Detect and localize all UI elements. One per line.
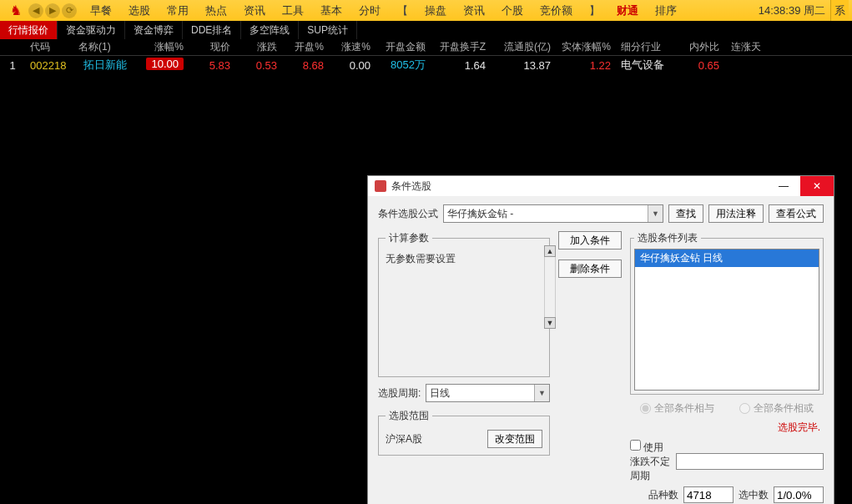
cell-price: 5.83 (189, 59, 235, 72)
table-row[interactable]: 1 002218 拓日新能上 10.00 5.83 0.53 8.68 0.00… (0, 56, 852, 74)
status-text: 选股完毕. (630, 421, 820, 435)
count-label1: 品种数 (648, 488, 678, 502)
bracket-close: 】 (582, 3, 607, 18)
cell-open: 8.68 (282, 59, 329, 72)
period-value: 日线 (430, 386, 450, 401)
menu-tools[interactable]: 工具 (275, 3, 310, 18)
scroll-down-icon[interactable]: ▼ (544, 317, 556, 329)
menu-info[interactable]: 资讯 (456, 3, 492, 18)
scroll-up-icon[interactable]: ▲ (544, 245, 556, 257)
radio-and[interactable]: 全部条件相与 (640, 401, 714, 416)
count-label2: 选中数 (739, 488, 769, 502)
condition-list-legend: 选股条件列表 (634, 231, 701, 245)
cell-spd: 0.00 (329, 59, 376, 72)
top-menu-bar: ♞ ◀ ▶ ⟳ 早餐 选股 常用 热点 资讯 工具 基本 分时 【 操盘 资讯 … (0, 0, 852, 21)
minimize-button[interactable]: — (767, 176, 800, 196)
cell-idx: 1 (0, 59, 25, 72)
params-legend: 计算参数 (386, 231, 432, 245)
cell-code: 002218 (25, 59, 73, 72)
tab-quotes[interactable]: 行情报价 (0, 21, 58, 39)
dialog-titlebar[interactable]: 条件选股 — ✕ (368, 176, 834, 196)
cell-amt: 8052万 (376, 58, 431, 73)
menu-news[interactable]: 资讯 (237, 3, 272, 18)
chevron-down-icon[interactable]: ▼ (534, 385, 549, 401)
view-tabs: 行情报价 资金驱动力 资金博弈 DDE排名 多空阵线 SUP统计 (0, 21, 852, 39)
formula-value: 华仔擒妖金钻 - (447, 207, 513, 221)
menu-sort[interactable]: 排序 (648, 3, 683, 18)
count-total-input[interactable] (683, 486, 734, 503)
dialog-title: 条件选股 (391, 179, 767, 194)
menu-time[interactable]: 分时 (352, 3, 387, 18)
cell-name: 拓日新能上 (73, 58, 139, 73)
chevron-down-icon[interactable]: ▼ (648, 205, 663, 222)
params-fieldset: 计算参数 无参数需要设置 ▲ ▼ (378, 231, 550, 377)
hdr-inout[interactable]: 内外比 (674, 40, 724, 54)
hdr-chg[interactable]: 涨跌 (235, 40, 282, 54)
find-button[interactable]: 查找 (668, 204, 703, 223)
range-fieldset: 选股范围 沪深A股 改变范围 (378, 409, 550, 456)
cell-turn: 1.64 (431, 59, 491, 72)
cell-chg: 0.53 (235, 59, 282, 72)
hdr-body[interactable]: 实体涨幅% (556, 40, 616, 54)
cell-body: 1.22 (556, 59, 616, 72)
menu-breakfast[interactable]: 早餐 (83, 3, 118, 18)
clock: 14:38:39 周二 (759, 3, 830, 18)
hdr-price[interactable]: 现价 (189, 40, 235, 54)
sys-button[interactable]: 系 (830, 0, 849, 21)
menu-single[interactable]: 个股 (495, 3, 530, 18)
menu-common[interactable]: 常用 (160, 3, 195, 18)
condition-listbox[interactable]: 华仔擒妖金钻 日线 (634, 249, 819, 391)
tab-fund-drive[interactable]: 资金驱动力 (58, 21, 125, 39)
tab-sup[interactable]: SUP统计 (299, 21, 357, 39)
cell-ind: 电气设备 (616, 58, 674, 73)
nav-refresh-icon[interactable]: ⟳ (62, 3, 77, 18)
view-formula-button[interactable]: 查看公式 (769, 204, 824, 223)
radio-or[interactable]: 全部条件相或 (739, 401, 814, 416)
formula-label: 条件选股公式 (378, 207, 438, 221)
hdr-name[interactable]: 名称(1) (73, 40, 139, 54)
chk-uncertain-period[interactable]: 使用涨跌不定周期 (630, 440, 671, 483)
period-label: 选股周期: (378, 386, 421, 401)
hdr-pct[interactable]: 涨幅% (139, 40, 189, 54)
tab-fund-game[interactable]: 资金博弈 (125, 21, 183, 39)
delete-condition-button[interactable]: 删除条件 (558, 260, 622, 278)
condition-list-fieldset: 选股条件列表 华仔擒妖金钻 日线 (630, 231, 824, 395)
scroll-track[interactable] (544, 257, 556, 317)
usage-button[interactable]: 用法注释 (708, 204, 764, 223)
hdr-ind[interactable]: 细分行业 (616, 40, 674, 54)
menu-operate[interactable]: 操盘 (418, 3, 453, 18)
params-scrollbar[interactable]: ▲ ▼ (544, 245, 556, 329)
uncertain-input[interactable] (676, 453, 824, 470)
add-condition-button[interactable]: 加入条件 (558, 231, 622, 249)
hdr-code[interactable]: 代码 (25, 40, 73, 54)
nav-back-icon[interactable]: ◀ (28, 3, 43, 18)
period-combo[interactable]: 日线 ▼ (426, 384, 550, 402)
hdr-spd[interactable]: 涨速% (329, 40, 376, 54)
cell-pct: 10.00 (139, 58, 189, 73)
menu-bid[interactable]: 竞价额 (533, 3, 579, 18)
cell-inout: 0.65 (674, 59, 724, 72)
close-button[interactable]: ✕ (800, 176, 834, 196)
hdr-cons[interactable]: 连涨天 (724, 40, 766, 54)
menu-basic[interactable]: 基本 (314, 3, 349, 18)
range-value: 沪深A股 (386, 432, 422, 446)
hdr-turn[interactable]: 开盘换手Z (431, 40, 491, 54)
change-range-button[interactable]: 改变范围 (487, 430, 542, 448)
menu-select[interactable]: 选股 (122, 3, 157, 18)
formula-combo[interactable]: 华仔擒妖金钻 - ▼ (443, 204, 663, 223)
menu-caitong[interactable]: 财通 (610, 3, 645, 18)
count-selected-input[interactable] (774, 486, 824, 503)
tab-longshort[interactable]: 多空阵线 (241, 21, 299, 39)
app-logo-icon: ♞ (3, 0, 28, 21)
nav-fwd-icon[interactable]: ▶ (45, 3, 60, 18)
hdr-amt[interactable]: 开盘金额 (376, 40, 431, 54)
main-menu: 早餐 选股 常用 热点 资讯 工具 基本 分时 【 操盘 资讯 个股 竞价额 】… (83, 3, 683, 18)
hdr-open[interactable]: 开盘% (282, 40, 329, 54)
condition-dialog: 条件选股 — ✕ 条件选股公式 华仔擒妖金钻 - ▼ 查找 用法注释 查看公式 … (367, 175, 834, 504)
menu-hot[interactable]: 热点 (199, 3, 234, 18)
range-legend: 选股范围 (386, 409, 432, 423)
hdr-float[interactable]: 流通股(亿) (491, 40, 556, 54)
no-params-text: 无参数需要设置 (386, 252, 542, 266)
tab-dde[interactable]: DDE排名 (183, 21, 241, 39)
list-item[interactable]: 华仔擒妖金钻 日线 (635, 249, 819, 267)
